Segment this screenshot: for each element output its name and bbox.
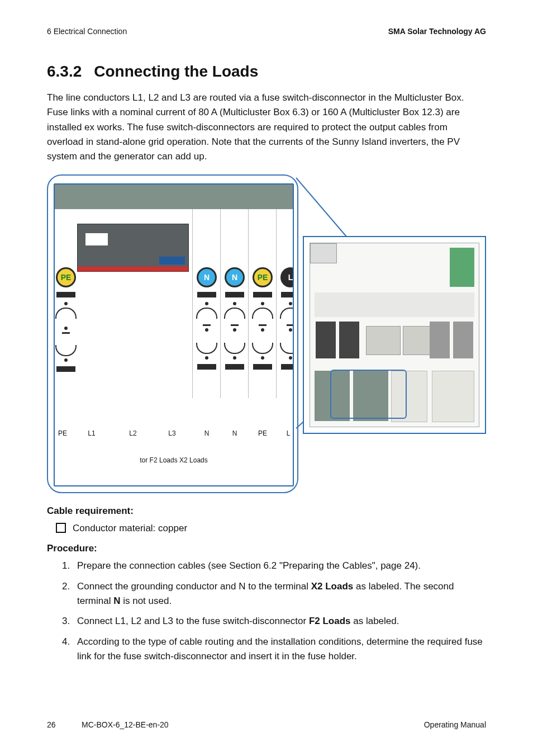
section-title-text: Connecting the Loads [94,63,258,80]
header-company: SMA Solar Technology AG [388,27,486,36]
terminal-pe2-label: PE [253,267,273,287]
section-number: 6.3.2 [47,63,82,81]
cable-requirement-item: Conductor material: copper [73,521,486,536]
section-heading: 6.3.2Connecting the Loads [47,63,486,81]
terminal-n2-label: N [225,267,245,287]
overview-highlight [330,370,407,419]
procedure-step-1: Prepare the connection cables (see Secti… [73,559,486,573]
cable-requirement-heading: Cable requirement: [47,505,486,517]
figure-captions: tor F2 Loads X2 Loads [55,456,293,479]
terminal-n1-label: N [197,267,217,287]
footer-page-number: 26 [47,720,56,729]
figure-overview [303,236,486,434]
procedure-step-2: Connect the grounding conductor and N to… [73,579,486,609]
header-section: 6 Electrical Connection [47,27,127,36]
procedure-step-3: Connect L1, L2 and L3 to the fuse switch… [73,614,486,629]
terminal-pe-label: PE [56,267,76,287]
procedure-list: Prepare the connection cables (see Secti… [47,559,486,664]
cable-requirement-list: Conductor material: copper [47,521,486,536]
procedure-heading: Procedure: [47,543,486,554]
figure: PE N N [47,174,486,493]
procedure-step-4: According to the type of cable routing a… [73,635,486,664]
figure-callout: PE N N [47,174,298,493]
footer-doc-id: MC-BOX-6_12-BE-en-20 [82,720,169,729]
svg-line-0 [296,178,350,240]
intro-paragraph: The line conductors L1, L2 and L3 are ro… [47,91,486,164]
fuse-switch-disconnector [77,224,189,272]
terminal-l-label: L [280,267,294,287]
figure-bottom-labels: PE L1 L2 L3 N N PE L [55,429,293,452]
footer-doc-type: Operating Manual [424,720,486,729]
